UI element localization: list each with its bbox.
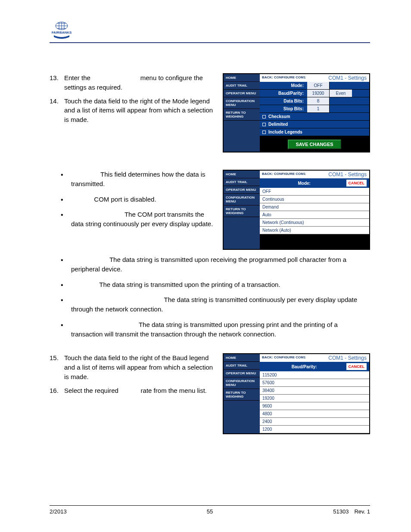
fairbanks-logo: FAIRBANKS	[50, 21, 74, 40]
option-net-auto[interactable]: Network (Auto)	[260, 227, 369, 234]
panel-title: COM1 - Settings	[326, 171, 369, 178]
option-net-cont[interactable]: Network (Continuous)	[260, 219, 369, 227]
bullet-demand: DEMAND — The data string is transmitted …	[61, 255, 370, 274]
baud-value[interactable]: 19200	[307, 90, 330, 97]
databits-label: Data Bits:	[260, 97, 307, 105]
panel-title: COM1 - Settings	[326, 354, 369, 362]
nav-operator[interactable]: OPERATOR MENU	[224, 186, 260, 194]
stopbits-label: Stop Bits:	[260, 105, 307, 112]
baud-1200[interactable]: 1200	[260, 426, 369, 433]
stopbits-value[interactable]: 1	[307, 105, 330, 112]
nav-home[interactable]: HOME	[224, 74, 260, 82]
nav-home[interactable]: HOME	[224, 354, 260, 362]
step-15: 15. Touch the data field to the right of…	[50, 353, 214, 381]
nav-config[interactable]: CONFIGURATION MENU	[224, 97, 260, 109]
panel-mode-list: HOME AUDIT TRAIL OPERATOR MENU CONFIGURA…	[223, 170, 370, 250]
baud-4800[interactable]: 4800	[260, 410, 369, 418]
nav-return[interactable]: RETURN TO WEIGHING	[224, 205, 260, 217]
checkbox-icon	[262, 131, 266, 134]
mode-value[interactable]: OFF	[307, 82, 330, 89]
panel-com1-settings: HOME AUDIT TRAIL OPERATOR MENU CONFIGURA…	[223, 73, 370, 152]
step-14: 14. Touch the data field to the right of…	[50, 96, 214, 124]
page-footer: 2/2013 55 51303 Rev. 1	[50, 505, 370, 515]
back-button[interactable]: BACK: CONFIGURE COM1	[260, 171, 326, 178]
back-button[interactable]: BACK: CONFIGURE COM1	[260, 74, 326, 82]
option-demand[interactable]: Demand	[260, 203, 369, 211]
baud-header: Baud/Parity:	[262, 364, 346, 369]
option-off[interactable]: OFF	[260, 188, 369, 196]
bullet-mode: MODE — This field determines how the dat…	[61, 170, 214, 189]
cancel-button[interactable]: CANCEL	[346, 180, 367, 187]
nav-home[interactable]: HOME	[224, 171, 260, 178]
baud-57600[interactable]: 57600	[260, 379, 369, 387]
checkbox-icon	[262, 123, 266, 126]
option-continuous[interactable]: Continuous	[260, 196, 369, 203]
footer-page: 55	[156, 508, 263, 515]
delimited-checkbox[interactable]: Delimited	[260, 121, 369, 128]
databits-value[interactable]: 8	[307, 97, 330, 105]
nav-audit[interactable]: AUDIT TRAIL	[224, 178, 260, 186]
bullet-continuous: CONTINUOUS — The COM port transmits the …	[61, 210, 214, 229]
legends-checkbox[interactable]: Include Legends	[260, 128, 369, 136]
footer-doc: 51303 Rev. 1	[263, 508, 370, 515]
baud-38400[interactable]: 38400	[260, 387, 369, 395]
bullet-off: OFF — COM port is disabled.	[61, 195, 214, 204]
save-button[interactable]: SAVE CHANGES	[288, 140, 341, 149]
footer-date: 2/2013	[50, 508, 156, 515]
nav-config[interactable]: CONFIGURATION MENU	[224, 194, 260, 205]
option-auto[interactable]: Auto	[260, 211, 369, 219]
baud-9600[interactable]: 9600	[260, 402, 369, 410]
baud-label: Baud/Parity:	[260, 90, 307, 97]
mode-header: Mode:	[262, 181, 346, 186]
nav-audit[interactable]: AUDIT TRAIL	[224, 82, 260, 90]
step-13: 13. Enter the COMn Settings menu to conf…	[50, 73, 214, 92]
bullet-net-auto: NETWORK (AUTO) — The data string is tran…	[61, 320, 370, 339]
back-button[interactable]: BACK: CONFIGURE COM1	[260, 354, 326, 362]
checkbox-icon	[262, 115, 266, 118]
nav-return[interactable]: RETURN TO WEIGHING	[224, 389, 260, 401]
nav-config[interactable]: CONFIGURATION MENU	[224, 377, 260, 389]
baud-115200[interactable]: 115200	[260, 371, 369, 379]
baud-2400[interactable]: 2400	[260, 418, 369, 426]
nav-audit[interactable]: AUDIT TRAIL	[224, 362, 260, 370]
panel-baud-list: HOME AUDIT TRAIL OPERATOR MENU CONFIGURA…	[223, 353, 370, 434]
nav-operator[interactable]: OPERATOR MENU	[224, 370, 260, 377]
svg-text:FAIRBANKS: FAIRBANKS	[52, 31, 72, 34]
bullet-auto: AUTO — The data string is transmitted up…	[61, 280, 370, 289]
panel-title: COM1 - Settings	[326, 74, 369, 82]
panel1-sidebar: HOME AUDIT TRAIL OPERATOR MENU CONFIGURA…	[224, 74, 260, 152]
page-header: FAIRBANKS	[50, 21, 370, 43]
baud-19200[interactable]: 19200	[260, 395, 369, 402]
nav-return[interactable]: RETURN TO WEIGHING	[224, 109, 260, 121]
bullet-net-cont: NETWORK (CONTINUOUS) — The data string i…	[61, 295, 370, 314]
mode-label: Mode:	[260, 82, 307, 89]
cancel-button[interactable]: CANCEL	[346, 363, 367, 370]
nav-operator[interactable]: OPERATOR MENU	[224, 90, 260, 97]
parity-value[interactable]: Even	[330, 90, 352, 97]
step-16: 16. Select the required BAUD rate from t…	[50, 386, 214, 395]
checksum-checkbox[interactable]: Checksum	[260, 113, 369, 121]
